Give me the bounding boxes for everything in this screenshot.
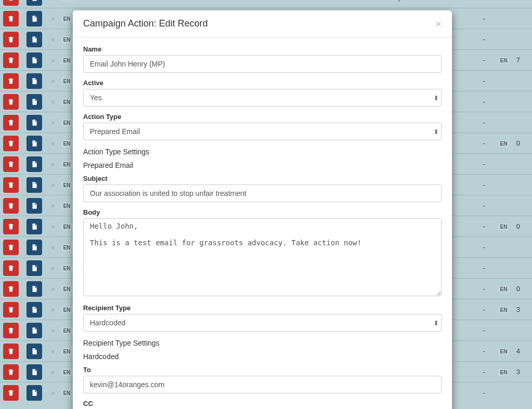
action-type-settings-heading: Action Type Settings: [83, 148, 442, 156]
modal-body: Name Active ▴▾ Action Type ▴▾ Action Typ…: [73, 37, 452, 409]
modal-title: Campaign Action: Edit Record: [83, 18, 208, 29]
action-type-label: Action Type: [83, 113, 442, 121]
active-select[interactable]: [83, 89, 442, 107]
name-field[interactable]: [83, 55, 442, 73]
recipient-type-label: Recipient Type: [83, 304, 442, 312]
subject-field[interactable]: [83, 184, 442, 202]
modal-backdrop: Campaign Action: Edit Record × Name Acti…: [0, 0, 532, 409]
hardcoded-heading: Hardcoded: [83, 352, 442, 361]
edit-record-modal: Campaign Action: Edit Record × Name Acti…: [73, 10, 452, 409]
to-field[interactable]: [83, 376, 442, 393]
recipient-type-settings-heading: Recipient Type Settings: [83, 339, 442, 347]
subject-label: Subject: [83, 175, 442, 182]
close-icon[interactable]: ×: [435, 18, 442, 29]
body-field[interactable]: [83, 218, 442, 296]
prepared-email-heading: Prepared Email: [83, 161, 442, 169]
cc-label: CC: [83, 400, 442, 407]
modal-header: Campaign Action: Edit Record ×: [73, 10, 452, 37]
recipient-type-select[interactable]: [83, 314, 442, 332]
body-label: Body: [83, 208, 442, 216]
active-label: Active: [83, 79, 442, 87]
to-label: To: [83, 366, 442, 374]
name-label: Name: [83, 45, 442, 53]
action-type-select[interactable]: [83, 123, 442, 140]
